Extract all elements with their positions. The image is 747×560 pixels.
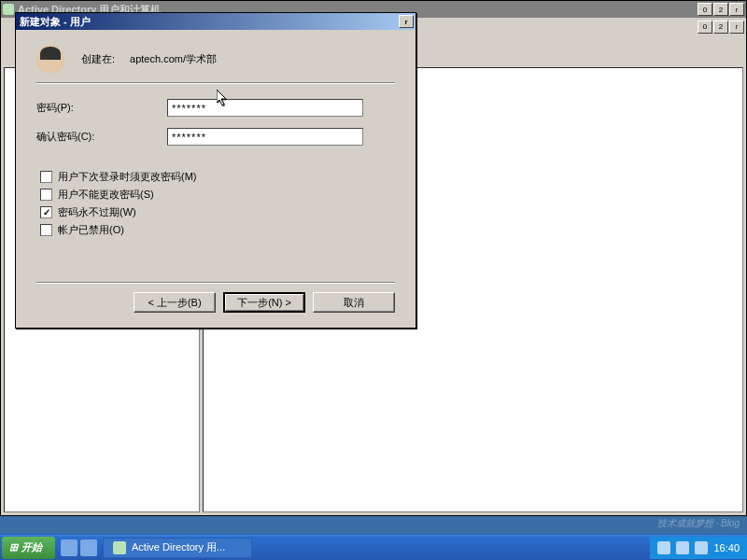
mmc-close-button[interactable]: r xyxy=(729,3,744,16)
confirm-password-input[interactable] xyxy=(167,128,363,146)
clock[interactable]: 16:40 xyxy=(713,542,740,553)
dialog-title-text: 新建对象 - 用户 xyxy=(20,15,399,29)
start-button[interactable]: ⊞ 开始 xyxy=(2,537,55,559)
password-input[interactable] xyxy=(167,99,363,117)
taskbar-app-button[interactable]: Active Directory 用... xyxy=(103,538,252,558)
tray-icon-1[interactable] xyxy=(657,541,670,554)
must-change-password-checkbox[interactable] xyxy=(40,171,52,183)
start-flag-icon: ⊞ xyxy=(9,541,18,553)
password-never-expires-checkbox[interactable] xyxy=(40,206,52,218)
user-head-icon xyxy=(36,45,64,73)
account-disabled-label: 帐户已禁用(O) xyxy=(58,223,124,237)
desktop-icon[interactable] xyxy=(80,539,97,556)
ad-app-icon xyxy=(113,541,126,554)
quick-launch xyxy=(61,539,97,556)
must-change-password-label: 用户下次登录时须更改密码(M) xyxy=(58,170,197,184)
mmc-child-restore-button[interactable]: 2 xyxy=(713,21,728,34)
cannot-change-password-checkbox[interactable] xyxy=(40,189,52,201)
taskbar: ⊞ 开始 Active Directory 用... 16:40 xyxy=(0,534,747,560)
confirm-password-label: 确认密码(C): xyxy=(36,130,167,144)
cannot-change-password-label: 用户不能更改密码(S) xyxy=(58,188,154,202)
password-never-expires-label: 密码永不过期(W) xyxy=(58,205,136,219)
created-in-label: 创建在: xyxy=(81,52,115,66)
divider xyxy=(36,82,395,84)
taskbar-app-label: Active Directory 用... xyxy=(132,540,225,554)
next-button[interactable]: 下一步(N) > xyxy=(223,292,305,313)
system-tray[interactable]: 16:40 xyxy=(650,537,747,559)
back-button[interactable]: < 上一步(B) xyxy=(134,292,216,313)
tray-icon-3[interactable] xyxy=(695,541,708,554)
mmc-minimize-button[interactable]: 0 xyxy=(698,3,712,16)
cancel-button[interactable]: 取消 xyxy=(313,292,395,313)
dialog-titlebar[interactable]: 新建对象 - 用户 r xyxy=(16,13,416,30)
mmc-child-close-button[interactable]: r xyxy=(729,21,744,34)
account-disabled-checkbox[interactable] xyxy=(40,224,52,236)
dialog-close-button[interactable]: r xyxy=(399,15,414,28)
mmc-maximize-button[interactable]: 2 xyxy=(713,3,728,16)
mmc-child-minimize-button[interactable]: 0 xyxy=(698,21,712,34)
created-in-value: aptech.com/学术部 xyxy=(130,52,217,66)
tray-icon-2[interactable] xyxy=(676,541,689,554)
new-user-dialog: 新建对象 - 用户 r 创建在: aptech.com/学术部 密码(P): 确… xyxy=(15,12,416,329)
start-label: 开始 xyxy=(21,540,42,554)
password-label: 密码(P): xyxy=(36,101,167,115)
ie-icon[interactable] xyxy=(61,539,78,556)
